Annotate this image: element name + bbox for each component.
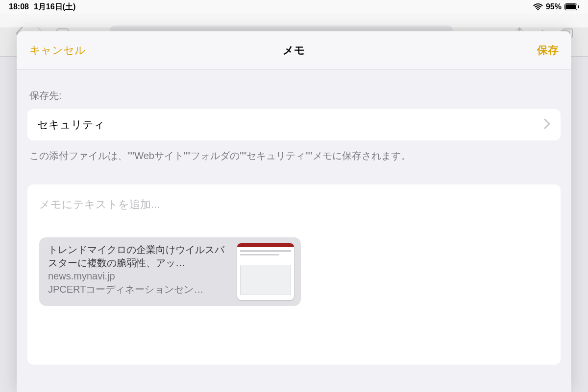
link-attachment[interactable]: トレンドマイクロの企業向けウイルスバスターに複数の脆弱性、アッ… news.my… <box>39 237 301 306</box>
link-description: JPCERTコーディネーションセン… <box>48 283 229 296</box>
status-time: 18:08 <box>9 2 29 11</box>
destination-label: 保存先: <box>27 80 561 109</box>
cancel-button[interactable]: キャンセル <box>29 43 86 58</box>
notes-share-sheet: キャンセル メモ 保存 保存先: セキュリティ この添付ファイルは、""Webサ… <box>17 31 571 392</box>
status-bar: 18:08 1月16日(土) 95% <box>0 0 588 14</box>
sheet-title: メモ <box>283 43 305 58</box>
svg-rect-2 <box>578 5 579 8</box>
chevron-right-icon <box>544 118 551 131</box>
destination-row[interactable]: セキュリティ <box>27 109 561 140</box>
note-text-input[interactable]: メモにテキストを追加... <box>39 197 549 212</box>
link-domain: news.mynavi.jp <box>48 271 229 282</box>
link-thumbnail <box>237 243 294 300</box>
svg-rect-1 <box>565 4 576 9</box>
battery-percent: 95% <box>546 2 562 11</box>
sheet-header: キャンセル メモ 保存 <box>17 31 571 69</box>
destination-explain: この添付ファイルは、""Webサイト""フォルダの""セキュリティ""メモに保存… <box>27 140 561 163</box>
note-body-card: メモにテキストを追加... トレンドマイクロの企業向けウイルスバスターに複数の脆… <box>27 184 561 365</box>
wifi-icon <box>533 3 543 10</box>
save-button[interactable]: 保存 <box>537 43 559 58</box>
battery-icon <box>564 3 579 10</box>
link-title: トレンドマイクロの企業向けウイルスバスターに複数の脆弱性、アッ… <box>48 243 229 270</box>
destination-value: セキュリティ <box>37 117 105 132</box>
status-date: 1月16日(土) <box>34 2 75 12</box>
